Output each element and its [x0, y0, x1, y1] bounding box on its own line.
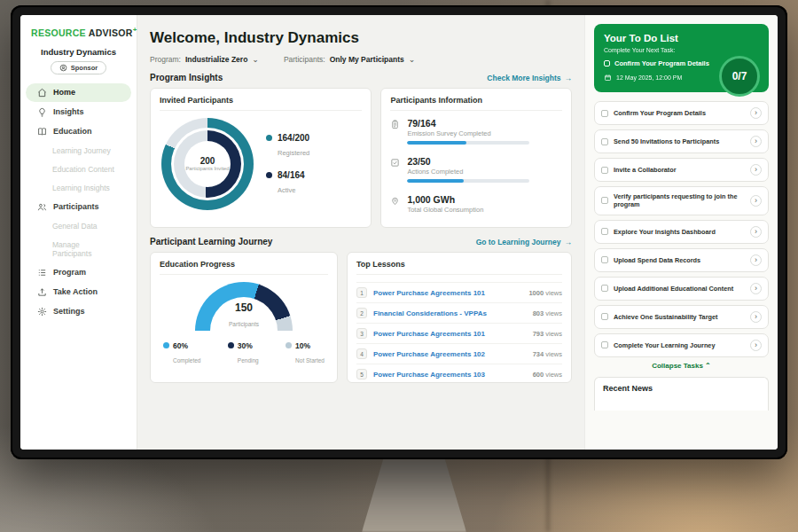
chevron-right-icon[interactable]: ›: [750, 136, 762, 147]
check-more-insights-link[interactable]: Check More Insights →: [487, 74, 572, 82]
chevron-right-icon[interactable]: ›: [750, 311, 762, 323]
participants-information-card: Participants Information 79/164 Emission…: [380, 88, 572, 228]
page-title: Welcome, Industry Dynamics: [150, 29, 572, 47]
sidebar-item-settings[interactable]: Settings: [26, 302, 131, 321]
lesson-views: 1000 views: [528, 289, 562, 297]
actions-completed-stat: 23/50 Actions Completed: [390, 156, 562, 183]
sidebar-item-take-action[interactable]: Take Action: [26, 283, 131, 301]
chevron-right-icon[interactable]: ›: [750, 340, 762, 351]
lesson-row[interactable]: 3 Power Purchase Agreements 101 793 view…: [356, 323, 562, 343]
chevron-right-icon[interactable]: ›: [750, 283, 762, 294]
people-icon: [37, 202, 47, 212]
sidebar-item-general-data[interactable]: General Data: [26, 217, 131, 235]
task-row[interactable]: Invite a Collaborator ›: [594, 158, 769, 182]
task-row[interactable]: Explore Your Insights Dashboard ›: [594, 220, 769, 244]
lesson-link[interactable]: Power Purchase Agreements 101: [373, 289, 522, 297]
emission-progress-bar: [407, 141, 529, 145]
lesson-views: 793 views: [533, 330, 562, 338]
participants-filter[interactable]: Participants: Only My Participants ⌄: [284, 55, 415, 64]
lesson-rank: 5: [356, 369, 367, 379]
task-checkbox[interactable]: [604, 60, 610, 66]
emission-survey-stat: 79/164 Emission Survey Completed: [390, 118, 562, 145]
sidebar-item-insights[interactable]: Insights: [26, 103, 131, 121]
section-title-learning-journey: Participant Learning Journey: [150, 237, 272, 246]
task-row[interactable]: Complete Your Learning Journey ›: [594, 333, 769, 357]
task-checkbox[interactable]: [601, 256, 608, 263]
gauge-center-label: 150 Participants: [195, 301, 293, 330]
sidebar-item-participants[interactable]: Participants: [26, 198, 131, 216]
chevron-right-icon[interactable]: ›: [750, 226, 762, 238]
org-name: Industry Dynamics: [20, 47, 137, 57]
task-checkbox[interactable]: [601, 110, 608, 117]
sidebar-item-education-content[interactable]: Education Content: [26, 160, 131, 178]
task-checkbox[interactable]: [601, 167, 608, 174]
legend-pending: 30%Pending: [228, 341, 259, 366]
gear-icon: [37, 307, 47, 317]
sponsor-badge[interactable]: Sponsor: [51, 61, 106, 74]
task-row[interactable]: Achieve One Sustainability Target ›: [594, 305, 769, 329]
next-task-row[interactable]: Confirm Your Program Details: [604, 59, 719, 67]
energy-pin-icon: [390, 196, 400, 206]
lesson-row[interactable]: 5 Power Purchase Agreements 103 600 view…: [356, 364, 562, 384]
sidebar-item-learning-journey[interactable]: Learning Journey: [26, 142, 131, 160]
donut-center-label: 200 Participants Invited: [184, 141, 231, 187]
clipboard-icon: [390, 120, 400, 129]
lesson-link[interactable]: Financial Considerations - VPPAs: [373, 309, 527, 317]
lesson-rank: 4: [356, 348, 367, 359]
lesson-rank: 2: [356, 308, 367, 318]
lesson-link[interactable]: Power Purchase Agreements 102: [373, 350, 527, 358]
top-lessons-card: Top Lessons 1 Power Purchase Agreements …: [347, 252, 572, 383]
monitor-stand: [362, 454, 466, 532]
chevron-right-icon[interactable]: ›: [750, 164, 762, 176]
task-checkbox[interactable]: [601, 285, 608, 292]
sidebar-item-manage-participants[interactable]: Manage Participants: [26, 236, 131, 262]
task-checkbox[interactable]: [601, 197, 608, 204]
task-checkbox[interactable]: [601, 313, 608, 320]
chevron-right-icon[interactable]: ›: [750, 107, 762, 119]
task-row[interactable]: Upload Spend Data Records ›: [594, 248, 769, 272]
lesson-link[interactable]: Power Purchase Agreements 101: [373, 330, 527, 338]
go-to-learning-journey-link[interactable]: Go to Learning Journey →: [476, 238, 572, 246]
task-row[interactable]: Send 50 Invitations to Participants ›: [594, 129, 769, 153]
lesson-row[interactable]: 2 Financial Considerations - VPPAs 803 v…: [356, 302, 562, 323]
info-progress-fill: [407, 179, 463, 183]
app-logo: RESOURCE ADVISOR+: [20, 24, 137, 45]
dashboard-screen: RESOURCE ADVISOR+ Industry Dynamics Spon…: [20, 15, 778, 450]
section-title-program-insights: Program Insights: [150, 73, 223, 82]
list-icon: [37, 268, 47, 278]
legend-dot: [163, 342, 169, 348]
chevron-down-icon[interactable]: ⌄: [252, 58, 259, 62]
lightbulb-icon: [37, 107, 47, 117]
todo-header-card: Your To Do List Complete Your Next Task:…: [594, 24, 769, 92]
legend-dot: [266, 135, 272, 141]
upload-action-icon: [37, 287, 47, 297]
chevron-down-icon[interactable]: ⌄: [409, 58, 416, 62]
consumption-stat: 1,000 GWh Total Global Consumption: [390, 194, 562, 214]
task-row[interactable]: Upload Additional Educational Content ›: [594, 277, 769, 301]
sidebar-item-education[interactable]: Education: [26, 122, 131, 141]
chevron-right-icon[interactable]: ›: [750, 254, 762, 266]
task-checkbox[interactable]: [601, 138, 608, 145]
arrow-right-icon: →: [565, 74, 573, 82]
task-checkbox[interactable]: [601, 341, 608, 348]
actions-progress-bar: [407, 179, 529, 183]
arrow-right-icon: →: [565, 238, 573, 246]
legend-completed: 60%Completed: [163, 341, 200, 366]
task-row[interactable]: Verify participants requesting to join t…: [594, 186, 769, 215]
lesson-row[interactable]: 4 Power Purchase Agreements 102 734 view…: [356, 343, 562, 364]
education-gauge-chart: 150 Participants: [195, 282, 293, 331]
invited-donut-chart: 200 Participants Invited: [161, 118, 254, 210]
lesson-rank: 1: [356, 287, 367, 298]
lesson-link[interactable]: Power Purchase Agreements 103: [373, 371, 527, 379]
program-filter[interactable]: Program: Industrialize Zero ⌄: [150, 55, 259, 64]
sidebar-item-program[interactable]: Program: [26, 263, 131, 282]
task-row[interactable]: Confirm Your Program Details ›: [594, 101, 769, 125]
recent-news-header: Recent News: [594, 377, 769, 411]
background: RESOURCE ADVISOR+ Industry Dynamics Spon…: [0, 0, 798, 532]
task-checkbox[interactable]: [601, 228, 608, 235]
sidebar-item-home[interactable]: Home: [26, 83, 131, 102]
collapse-tasks-link[interactable]: Collapse Tasks ⌃: [594, 362, 769, 370]
lesson-row[interactable]: 1 Power Purchase Agreements 101 1000 vie…: [356, 282, 562, 302]
sidebar-item-learning-insights[interactable]: Learning Insights: [26, 179, 131, 197]
chevron-right-icon[interactable]: ›: [750, 195, 762, 207]
